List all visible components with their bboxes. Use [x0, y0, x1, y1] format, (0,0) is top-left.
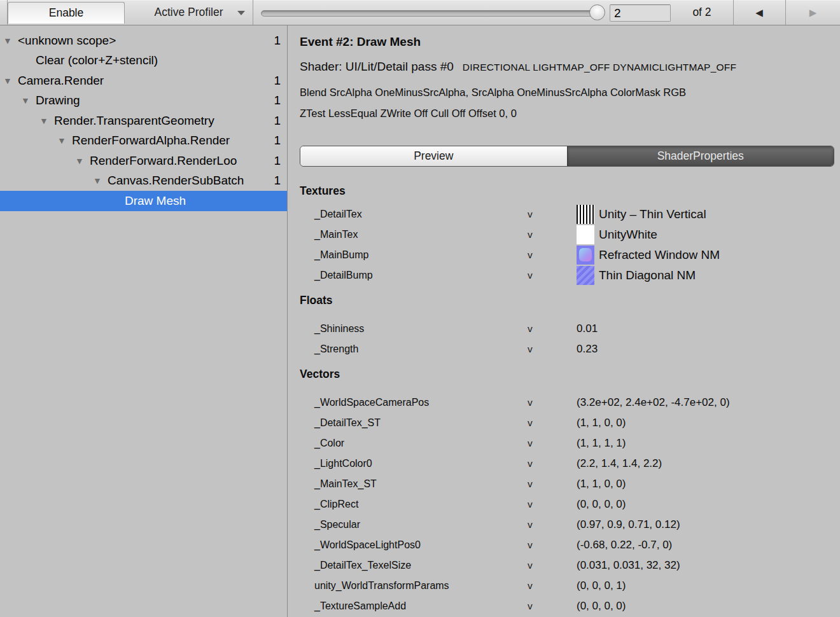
texture-row: _MainTex v UnityWhite: [300, 225, 840, 245]
tree-item-drawing[interactable]: ▼ Drawing 1: [0, 91, 287, 111]
tree-item-label: Canvas.RenderSubBatch: [108, 174, 244, 188]
vector-row: _WorldSpaceCameraPos v (3.2e+02, 2.4e+02…: [300, 392, 840, 413]
section-title-vectors: Vectors: [300, 367, 840, 381]
property-value: (1, 1, 0, 0): [577, 478, 626, 490]
tree-item-label: Render.TransparentGeometry: [54, 114, 214, 128]
texture-thumbnail-vertical-stripes-icon: [577, 205, 594, 224]
tree-item-renderforward-renderloop[interactable]: ▼ RenderForward.RenderLoo 1: [0, 151, 287, 171]
tree-item-clear[interactable]: Clear (color+Z+stencil): [0, 51, 287, 71]
vector-row: _TextureSampleAdd v (0, 0, 0, 0): [300, 596, 840, 616]
shader-stage-flag: v: [528, 499, 577, 510]
property-value: (3.2e+02, 2.4e+02, -4.7e+02, 0): [577, 396, 730, 409]
vector-row: _LightColor0 v (2.2, 1.4, 1.4, 2.2): [300, 454, 840, 474]
property-value: (-0.68, 0.22, -0.7, 0): [577, 539, 672, 551]
tree-item-label: Camera.Render: [18, 74, 104, 88]
property-value: (0, 0, 0, 1): [577, 579, 626, 592]
texture-row: _MainBump v Refracted Window NM: [300, 245, 840, 265]
collapse-triangle-icon[interactable]: ▼: [39, 116, 54, 125]
collapse-triangle-icon[interactable]: ▼: [75, 156, 90, 165]
property-value: 0.01: [577, 322, 598, 335]
previous-event-button[interactable]: ◀: [733, 0, 785, 25]
event-slider[interactable]: [253, 0, 607, 25]
vector-row: _MainTex_ST v (1, 1, 0, 0): [300, 474, 840, 494]
property-name: _Shininess: [300, 323, 528, 335]
event-count-badge: 1: [274, 34, 281, 48]
blend-state-line: Blend SrcAlpha OneMinusSrcAlpha, SrcAlph…: [300, 86, 840, 99]
property-name: _DetailTex_TexelSize: [300, 560, 528, 571]
preview-shaderproperties-tabbar: Preview ShaderProperties: [300, 146, 834, 167]
vector-row: _Color v (1, 1, 1, 1): [300, 433, 840, 454]
property-value: (2.2, 1.4, 1.4, 2.2): [577, 457, 662, 470]
active-profiler-dropdown[interactable]: Active Profiler: [125, 0, 253, 25]
next-event-button[interactable]: ▶: [786, 0, 840, 25]
float-row: _Shininess v 0.01: [300, 319, 840, 339]
shader-stage-flag: v: [528, 343, 577, 355]
texture-thumbnail-white-icon: [577, 225, 594, 244]
tree-item-renderforwardalpha[interactable]: ▼ RenderForwardAlpha.Render 1: [0, 131, 287, 151]
tab-preview[interactable]: Preview: [300, 146, 567, 166]
property-name: _Specular: [300, 519, 528, 530]
texture-name: UnityWhite: [599, 228, 657, 242]
shader-stage-flag: v: [528, 323, 577, 335]
tree-item-label: RenderForward.RenderLoo: [90, 154, 237, 168]
collapse-triangle-icon[interactable]: ▼: [57, 136, 72, 145]
event-count-badge: 1: [274, 94, 281, 107]
event-count-badge: 1: [274, 74, 281, 88]
shader-stage-flag: v: [528, 249, 577, 261]
shader-stage-flag: v: [528, 417, 577, 429]
shader-stage-flag: v: [528, 270, 577, 281]
property-value: (0, 0, 0, 0): [577, 498, 626, 511]
event-number-input[interactable]: [610, 4, 671, 22]
tree-item-label: Drawing: [36, 94, 80, 107]
event-count-label: of 2: [671, 0, 733, 25]
property-value: (1, 1, 0, 0): [577, 417, 626, 429]
property-name: unity_WorldTransformParams: [300, 580, 528, 592]
vector-row: unity_WorldTransformParams v (0, 0, 0, 1…: [300, 576, 840, 596]
property-name: _MainTex: [300, 229, 528, 240]
event-details-panel: Event #2: Draw Mesh Shader: UI/Lit/Detai…: [288, 25, 840, 617]
tree-item-canvas-rendersubbatch[interactable]: ▼ Canvas.RenderSubBatch 1: [0, 171, 287, 191]
event-count-badge: 1: [274, 154, 281, 168]
vector-row: _ClipRect v (0, 0, 0, 0): [300, 494, 840, 515]
event-count-badge: 1: [274, 114, 281, 128]
shader-stage-flag: v: [528, 478, 577, 490]
texture-name: Thin Diagonal NM: [599, 268, 696, 282]
collapse-triangle-icon[interactable]: ▼: [93, 176, 108, 185]
collapse-triangle-icon[interactable]: ▼: [21, 96, 36, 105]
prev-arrow-icon: ◀: [755, 7, 763, 18]
textures-rows: _DetailTex v Unity – Thin Vertical _Main…: [300, 204, 840, 286]
frame-debugger-toolbar: Enable Active Profiler of 2 ◀ ▶: [0, 0, 840, 25]
shader-stage-flag: v: [528, 397, 577, 408]
property-name: _MainTex_ST: [300, 478, 528, 490]
property-value: (1, 1, 1, 1): [577, 437, 626, 450]
next-arrow-icon: ▶: [809, 7, 817, 18]
enable-button[interactable]: Enable: [8, 2, 125, 24]
collapse-triangle-icon[interactable]: ▼: [3, 36, 18, 45]
event-count-badge: 1: [274, 174, 281, 188]
shader-stage-flag: v: [528, 519, 577, 530]
vectors-rows: _WorldSpaceCameraPos v (3.2e+02, 2.4e+02…: [300, 392, 840, 616]
ztest-state-line: ZTest LessEqual ZWrite Off Cull Off Offs…: [300, 107, 840, 120]
tab-shaderproperties[interactable]: ShaderProperties: [567, 146, 834, 166]
texture-name: Refracted Window NM: [599, 248, 720, 262]
tree-item-camera-render[interactable]: ▼ Camera.Render 1: [0, 71, 287, 91]
slider-track[interactable]: [261, 10, 598, 17]
dropdown-arrow-icon: [237, 11, 245, 15]
property-name: _TextureSampleAdd: [300, 600, 528, 612]
tree-item-unknown-scope[interactable]: ▼ <unknown scope> 1: [0, 31, 287, 51]
texture-thumbnail-normalmap-window-icon: [577, 246, 594, 265]
property-name: _DetailTex_ST: [300, 417, 528, 429]
property-value: 0.23: [577, 343, 598, 356]
tree-item-transparent-geometry[interactable]: ▼ Render.TransparentGeometry 1: [0, 111, 287, 131]
shader-stage-flag: v: [528, 438, 577, 449]
texture-row: _DetailBump v Thin Diagonal NM: [300, 265, 840, 286]
floats-rows: _Shininess v 0.01 _Strength v 0.23: [300, 319, 840, 359]
slider-thumb[interactable]: [589, 4, 605, 20]
shader-stage-flag: v: [528, 600, 577, 612]
property-name: _WorldSpaceLightPos0: [300, 539, 528, 551]
tree-item-draw-mesh-selected[interactable]: Draw Mesh: [0, 191, 287, 211]
vector-row: _DetailTex_ST v (1, 1, 0, 0): [300, 413, 840, 433]
section-title-floats: Floats: [300, 293, 840, 307]
shader-stage-flag: v: [528, 560, 577, 571]
collapse-triangle-icon[interactable]: ▼: [3, 76, 18, 85]
